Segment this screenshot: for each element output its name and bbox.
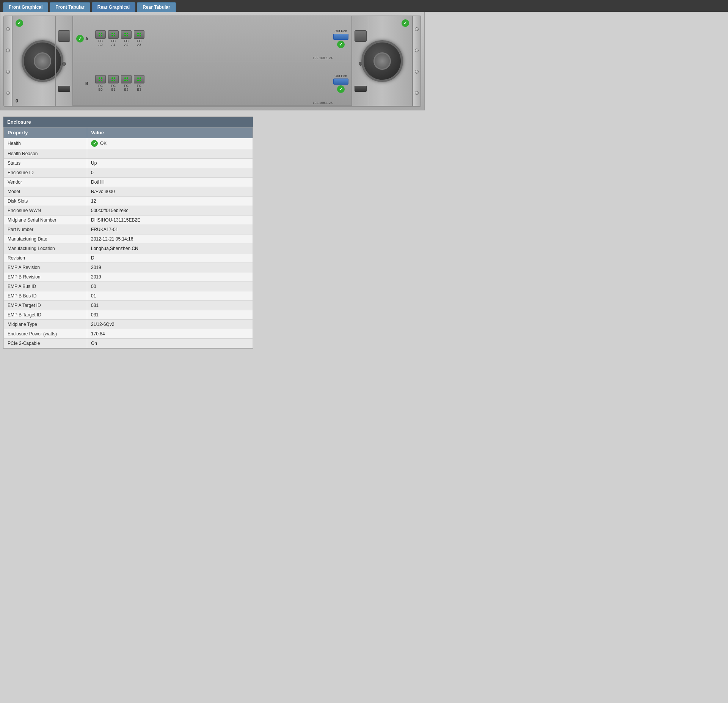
middle-section: ✓ A FCA0 — [73, 16, 351, 106]
table-row: Enclosure WWN500c0ff015eb2e3c — [4, 206, 253, 215]
rack-screw — [415, 27, 419, 31]
port-a0-label: FCA0 — [98, 39, 103, 47]
table-row: EMP B Revision2019 — [4, 272, 253, 282]
enclosure-table: Property Value Health✓OKHealth ReasonSta… — [3, 127, 253, 348]
value-cell: 2012-12-21 05:14:16 — [87, 234, 253, 244]
property-cell: Status — [4, 159, 87, 168]
rack-screw — [6, 27, 10, 31]
out-port-b-health: ✓ — [337, 85, 345, 93]
port-group-b: FCB0 FCB1 — [95, 75, 144, 91]
port-group-a: FCA0 FCA1 — [95, 30, 144, 47]
property-cell: Health Reason — [4, 149, 87, 159]
tab-rear-graphical[interactable]: Rear Graphical — [92, 2, 135, 12]
table-row: StatusUp — [4, 159, 253, 168]
table-row: PCIe 2-CapableOn — [4, 339, 253, 348]
property-cell: Revision — [4, 253, 87, 263]
property-cell: Health — [4, 138, 87, 149]
value-cell: DotHill — [87, 178, 253, 187]
property-cell: EMP B Bus ID — [4, 291, 87, 301]
port-a3-connector — [134, 30, 144, 39]
table-row: Enclosure Power (watts)170.84 — [4, 329, 253, 339]
property-cell: Model — [4, 187, 87, 197]
port-a1-connector — [108, 30, 119, 39]
rack-body: ✓ 0 ✓ A — [3, 16, 421, 107]
out-port-b-label: Out Port — [334, 74, 347, 78]
health-check-icon: ✓ — [91, 140, 98, 147]
port-a0-connector — [95, 30, 106, 39]
rack-screw — [415, 49, 419, 52]
fan-module-right: ✓ — [351, 16, 412, 106]
table-row: Part NumberFRUKA17-01 — [4, 225, 253, 234]
col-value-header: Value — [87, 127, 253, 138]
table-title: Enclosure — [3, 117, 253, 127]
value-cell: 031 — [87, 310, 253, 320]
property-cell: Part Number — [4, 225, 87, 234]
ps-connector-left-bot — [58, 86, 70, 92]
controller-b-spacer — [76, 80, 84, 87]
tab-rear-tabular[interactable]: Rear Tabular — [137, 2, 176, 12]
table-row: Midplane Type2U12-6Qv2 — [4, 320, 253, 329]
out-port-a-connector — [333, 34, 348, 40]
controller-a-health-icon: ✓ — [76, 35, 84, 42]
fan-left-health-icon: ✓ — [16, 19, 23, 27]
health-text: OK — [100, 141, 107, 146]
port-b1-label: FCB1 — [111, 84, 116, 91]
controller-b-row: B FCB0 — [73, 61, 351, 106]
port-b3: FCB3 — [134, 75, 144, 91]
port-a2-label: FCA2 — [124, 39, 129, 47]
table-row: Health✓OK — [4, 138, 253, 149]
port-b1: FCB1 — [108, 75, 119, 91]
port-b3-label: FCB3 — [137, 84, 141, 91]
controller-a-row: ✓ A FCA0 — [73, 16, 351, 61]
property-cell: Vendor — [4, 178, 87, 187]
controller-a-label: A — [85, 36, 90, 41]
value-cell: ✓OK — [87, 138, 253, 149]
port-a1-label: FCA1 — [111, 39, 116, 47]
property-cell: Enclosure ID — [4, 168, 87, 178]
property-cell: PCIe 2-Capable — [4, 339, 87, 348]
property-cell: EMP B Revision — [4, 272, 87, 282]
value-cell: 170.84 — [87, 329, 253, 339]
value-cell — [87, 149, 253, 159]
property-cell: EMP B Target ID — [4, 310, 87, 320]
fan-left-slot: 0 — [16, 98, 18, 104]
out-port-a-section: Out Port ✓ — [333, 29, 348, 48]
ps-connector-left-top — [58, 30, 70, 42]
tab-front-tabular[interactable]: Front Tabular — [50, 2, 90, 12]
value-cell: 00 — [87, 282, 253, 291]
table-row: VendorDotHill — [4, 178, 253, 187]
tab-front-graphical[interactable]: Front Graphical — [3, 2, 48, 12]
port-a0: FCA0 — [95, 30, 106, 47]
port-b2: FCB2 — [121, 75, 132, 91]
property-cell: EMP A Target ID — [4, 301, 87, 310]
value-cell: 12 — [87, 197, 253, 206]
fan-module-left: ✓ 0 — [13, 16, 73, 106]
table-row: Midplane Serial NumberDHSIHOU-131115EB2E — [4, 215, 253, 225]
ps-dial-left — [62, 62, 66, 66]
value-cell: 500c0ff015eb2e3c — [87, 206, 253, 215]
rack-screw — [415, 70, 419, 74]
table-row: Manufacturing LocationLonghua,Shenzhen,C… — [4, 244, 253, 253]
rack-screw — [6, 91, 10, 95]
port-b0: FCB0 — [95, 75, 106, 91]
port-a1: FCA1 — [108, 30, 119, 47]
value-cell: Up — [87, 159, 253, 168]
table-row: EMP A Revision2019 — [4, 263, 253, 272]
value-cell: 2019 — [87, 272, 253, 282]
property-cell: Enclosure Power (watts) — [4, 329, 87, 339]
table-row: ModelR/Evo 3000 — [4, 187, 253, 197]
property-cell: Disk Slots — [4, 197, 87, 206]
table-row: EMP A Target ID031 — [4, 301, 253, 310]
rack-screw — [6, 49, 10, 52]
value-cell: DHSIHOU-131115EB2E — [87, 215, 253, 225]
rack-left-strip — [4, 16, 13, 106]
table-row: Enclosure ID0 — [4, 168, 253, 178]
tab-bar: Front Graphical Front Tabular Rear Graph… — [0, 0, 728, 12]
rack-right-strip — [412, 16, 420, 106]
port-a3: FCA3 — [134, 30, 144, 47]
property-cell: Manufacturing Location — [4, 244, 87, 253]
fan-right-health-icon: ✓ — [402, 19, 409, 27]
value-cell: 01 — [87, 291, 253, 301]
port-a2-connector — [121, 30, 132, 39]
col-property-header: Property — [4, 127, 87, 138]
